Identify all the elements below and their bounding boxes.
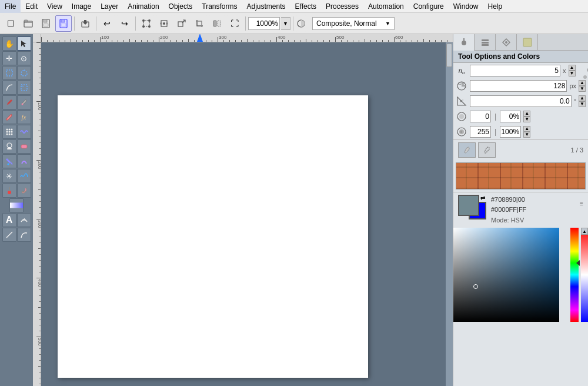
tool-star[interactable]: ✳: [2, 169, 16, 183]
menu-automation[interactable]: Automation: [363, 0, 409, 13]
tool-wave[interactable]: [17, 125, 31, 139]
fg-color-swatch[interactable]: [458, 195, 479, 216]
tool-fill[interactable]: [2, 154, 16, 168]
opacity-spinner[interactable]: ▲ ▼: [523, 111, 530, 122]
tool-pen[interactable]: [17, 81, 31, 95]
flip-button[interactable]: [209, 15, 225, 32]
menu-edit[interactable]: Edit: [21, 0, 42, 13]
menu-configure[interactable]: Configure: [409, 0, 449, 13]
save-button[interactable]: [55, 15, 72, 32]
saturation-strip[interactable]: [581, 228, 588, 322]
tool-curve[interactable]: [17, 228, 31, 242]
tool-pencil[interactable]: [2, 95, 16, 109]
align-button[interactable]: [156, 15, 172, 32]
menu-processes[interactable]: Processes: [321, 0, 363, 13]
saveas-button[interactable]: [38, 15, 54, 32]
angle-spinner[interactable]: ▲ ▼: [579, 95, 586, 107]
count-input[interactable]: [470, 65, 560, 76]
tool-text[interactable]: A: [2, 213, 16, 227]
texture-preview[interactable]: [456, 162, 586, 189]
new-button[interactable]: ☐: [2, 15, 19, 32]
color-more-button[interactable]: ≡: [577, 199, 586, 208]
count-down[interactable]: ▼: [569, 71, 576, 76]
tool-wavy2[interactable]: [17, 169, 31, 183]
fullscreen-button[interactable]: ⛶: [226, 15, 243, 32]
tool-line[interactable]: [2, 228, 16, 242]
size-down[interactable]: ▼: [579, 86, 586, 92]
size-input[interactable]: [470, 80, 567, 92]
brush-paint-button[interactable]: [458, 142, 476, 158]
panel-tab-brush[interactable]: [453, 34, 475, 51]
menu-transforms[interactable]: Transforms: [197, 0, 242, 13]
menu-image[interactable]: Image: [67, 0, 96, 13]
flow-spinner[interactable]: ▲ ▼: [523, 126, 530, 138]
resize-button[interactable]: [173, 15, 190, 32]
tool-grid[interactable]: [2, 125, 16, 139]
tool-path[interactable]: [2, 81, 16, 95]
undo-button[interactable]: ↩: [99, 15, 115, 32]
canvas-scroll[interactable]: [41, 42, 453, 386]
composite-select[interactable]: Composite, Normal ▼: [312, 17, 395, 30]
tool-text-path[interactable]: A: [17, 213, 31, 227]
ruler-corner: [33, 34, 41, 42]
menu-help[interactable]: Help: [483, 0, 507, 13]
svg-point-28: [11, 129, 12, 131]
export-button[interactable]: [77, 15, 93, 32]
canvas-paper[interactable]: [58, 95, 368, 378]
tool-select[interactable]: [17, 36, 31, 51]
crop-button[interactable]: [191, 15, 208, 32]
flow-input[interactable]: [470, 126, 491, 138]
opacity-down[interactable]: ▼: [523, 117, 530, 122]
tool-rect-select[interactable]: [2, 66, 16, 80]
tool-eyedropper[interactable]: [17, 95, 31, 109]
tool-lasso[interactable]: [17, 66, 31, 80]
tool-brush2[interactable]: [17, 184, 31, 198]
flow-up[interactable]: ▲: [523, 126, 530, 132]
angle-down[interactable]: ▼: [579, 101, 586, 107]
menu-window[interactable]: Window: [449, 0, 483, 13]
panel-tab-nav[interactable]: [496, 34, 517, 51]
zoom-dropdown[interactable]: ▼: [281, 17, 290, 30]
vertical-scrollbar[interactable]: [446, 42, 453, 386]
tool-hand[interactable]: ✋: [2, 36, 16, 51]
tool-row-2: ✛ ⊙: [2, 51, 31, 65]
tool-pen2[interactable]: [17, 154, 31, 168]
menu-layer[interactable]: Layer: [96, 0, 123, 13]
tool-crosshair[interactable]: ✛: [2, 51, 16, 65]
flow-down[interactable]: ▼: [523, 132, 530, 138]
transform-button[interactable]: [138, 15, 155, 32]
menu-adjustments[interactable]: Adjustments: [242, 0, 290, 13]
opacity-up[interactable]: ▲: [523, 111, 530, 117]
tool-heal[interactable]: [17, 139, 31, 154]
count-spinner[interactable]: ▲ ▼: [569, 65, 576, 76]
menu-effects[interactable]: Effects: [290, 0, 321, 13]
opacity-input[interactable]: [470, 111, 491, 122]
hue-strip[interactable]: [570, 228, 579, 322]
menu-objects[interactable]: Objects: [164, 0, 198, 13]
zoom-input[interactable]: 1000%: [248, 17, 280, 30]
tool-fx[interactable]: fx: [17, 110, 31, 124]
flow-pct-input[interactable]: [500, 126, 521, 138]
tool-gradient[interactable]: [9, 198, 24, 212]
color-scroll-up[interactable]: ▲: [581, 228, 588, 235]
tool-paint2[interactable]: [2, 184, 16, 198]
size-spinner[interactable]: ▲ ▼: [579, 80, 586, 92]
menu-file[interactable]: File: [0, 0, 21, 13]
menu-animation[interactable]: Animation: [123, 0, 163, 13]
tool-stamp[interactable]: [2, 139, 16, 154]
brush-erase-button[interactable]: [478, 142, 496, 158]
opacity-pct-input[interactable]: [500, 111, 521, 122]
color-gradient[interactable]: [453, 228, 559, 322]
tool-timer[interactable]: ⊙: [17, 51, 31, 65]
angle-input[interactable]: [470, 95, 572, 107]
menu-view[interactable]: View: [42, 0, 67, 13]
angle-up[interactable]: ▲: [579, 95, 586, 101]
tool-brush[interactable]: [2, 110, 16, 124]
count-up[interactable]: ▲: [569, 65, 576, 71]
open-button[interactable]: [20, 15, 36, 32]
panel-tab-history[interactable]: [517, 34, 538, 51]
size-up[interactable]: ▲: [579, 80, 586, 86]
panel-tab-layers[interactable]: [475, 34, 496, 51]
redo-button[interactable]: ↪: [116, 15, 133, 32]
mode-label: Mode: HSV: [491, 215, 526, 225]
